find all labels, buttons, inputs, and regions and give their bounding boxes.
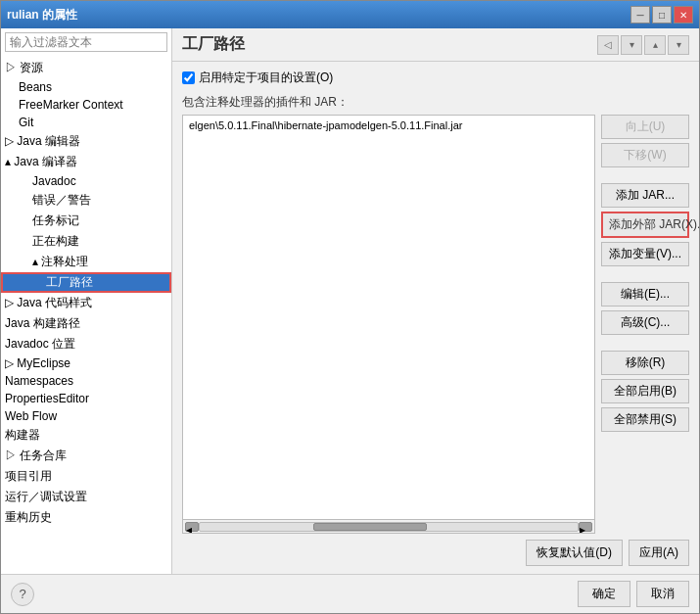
title-controls: ─ □ ✕ bbox=[630, 6, 693, 24]
edit-button[interactable]: 编辑(E)... bbox=[601, 282, 689, 307]
tree: ▷ 资源BeansFreeMarker ContextGit▷ Java 编辑器… bbox=[1, 56, 171, 574]
panel-title: 工厂路径 bbox=[182, 34, 245, 55]
content-area: ▷ 资源BeansFreeMarker ContextGit▷ Java 编辑器… bbox=[1, 28, 699, 574]
button-panel: 向上(U)下移(W)添加 JAR...添加外部 JAR(X)...添加变量(V)… bbox=[601, 115, 689, 534]
sidebar-item-java-build-path[interactable]: Java 构建路径 bbox=[1, 313, 171, 334]
nav-forward-button[interactable]: ▾ bbox=[621, 35, 642, 55]
section-label: 包含注释处理器的插件和 JAR： bbox=[182, 94, 689, 111]
sidebar-item-javadoc-location[interactable]: Javadoc 位置 bbox=[1, 334, 171, 354]
sidebar-item-java-compiler[interactable]: ▴ Java 编译器 bbox=[1, 152, 171, 172]
sidebar-item-myeclipse[interactable]: ▷ MyEclipse bbox=[1, 354, 171, 372]
nav-menu-button[interactable]: ▾ bbox=[668, 35, 689, 55]
sidebar-item-task-tags[interactable]: 任务标记 bbox=[1, 211, 171, 231]
sidebar-item-beans[interactable]: Beans bbox=[1, 78, 171, 96]
nav-dropdown-button[interactable]: ▴ bbox=[644, 35, 666, 55]
main-window: rulian 的属性 ─ □ ✕ ▷ 资源BeansFreeMarker Con… bbox=[0, 0, 700, 614]
sidebar-item-java-editor[interactable]: ▷ Java 编辑器 bbox=[1, 131, 171, 152]
panel-bottom-buttons: 恢复默认值(D) 应用(A) bbox=[182, 540, 689, 566]
sidebar-item-building[interactable]: 正在构建 bbox=[1, 231, 171, 252]
window-title: rulian 的属性 bbox=[7, 7, 77, 24]
jar-item[interactable]: elgen\5.0.11.Final\hibernate-jpamodelgen… bbox=[185, 118, 592, 133]
add-jar-button[interactable]: 添加 JAR... bbox=[601, 183, 689, 208]
sidebar: ▷ 资源BeansFreeMarker ContextGit▷ Java 编辑器… bbox=[1, 28, 172, 574]
sidebar-item-builder[interactable]: 构建器 bbox=[1, 425, 171, 446]
nav-back-button[interactable]: ◁ bbox=[597, 35, 619, 55]
sidebar-item-factory-path[interactable]: 工厂路径 bbox=[1, 272, 171, 293]
cancel-button[interactable]: 取消 bbox=[636, 581, 689, 607]
maximize-button[interactable]: □ bbox=[652, 6, 672, 24]
disable-all-button[interactable]: 全部禁用(S) bbox=[601, 407, 689, 432]
scrollbar-track bbox=[199, 522, 579, 532]
add-external-jar-button[interactable]: 添加外部 JAR(X)... bbox=[601, 212, 689, 238]
up-button[interactable]: 向上(U) bbox=[601, 115, 689, 139]
enable-all-button[interactable]: 全部启用(B) bbox=[601, 379, 689, 403]
advanced-button[interactable]: 高级(C)... bbox=[601, 310, 689, 335]
jar-list[interactable]: elgen\5.0.11.Final\hibernate-jpamodelgen… bbox=[183, 116, 594, 519]
sidebar-item-project-ref[interactable]: 项目引用 bbox=[1, 466, 171, 487]
panel-header: 工厂路径 ◁ ▾ ▴ ▾ bbox=[172, 28, 699, 62]
checkbox-row: 启用特定于项目的设置(O) bbox=[182, 70, 689, 86]
sidebar-item-properties-editor[interactable]: PropertiesEditor bbox=[1, 390, 171, 407]
sidebar-item-errors[interactable]: 错误／警告 bbox=[1, 190, 171, 211]
footer: ? 确定 取消 bbox=[1, 574, 699, 613]
title-bar: rulian 的属性 ─ □ ✕ bbox=[1, 1, 699, 28]
add-variable-button[interactable]: 添加变量(V)... bbox=[601, 242, 689, 266]
sidebar-item-freemarker[interactable]: FreeMarker Context bbox=[1, 96, 171, 114]
panel-nav: ◁ ▾ ▴ ▾ bbox=[597, 35, 689, 55]
remove-button[interactable]: 移除(R) bbox=[601, 351, 689, 375]
sidebar-item-git[interactable]: Git bbox=[1, 114, 171, 131]
sidebar-item-task-repo[interactable]: ▷ 任务合库 bbox=[1, 446, 171, 466]
panel-body: 启用特定于项目的设置(O) 包含注释处理器的插件和 JAR： elgen\5.0… bbox=[172, 62, 699, 574]
sidebar-item-web-flow[interactable]: Web Flow bbox=[1, 407, 171, 425]
scroll-left-arrow[interactable]: ◂ bbox=[185, 522, 199, 532]
down-button[interactable]: 下移(W) bbox=[601, 143, 689, 167]
horizontal-scrollbar[interactable]: ◂ ▸ bbox=[183, 519, 594, 533]
sidebar-item-javadoc[interactable]: Javadoc bbox=[1, 172, 171, 190]
sidebar-item-annotation[interactable]: ▴ 注释处理 bbox=[1, 252, 171, 272]
scrollbar-thumb[interactable] bbox=[313, 523, 427, 531]
right-panel: 工厂路径 ◁ ▾ ▴ ▾ 启用特定于项目的设置(O) 包含注释处理器的插件和 J… bbox=[172, 28, 699, 574]
restore-defaults-button[interactable]: 恢复默认值(D) bbox=[526, 540, 623, 566]
sidebar-item-namespaces[interactable]: Namespaces bbox=[1, 372, 171, 390]
sidebar-item-refactor-history[interactable]: 重构历史 bbox=[1, 507, 171, 528]
jar-list-container: elgen\5.0.11.Final\hibernate-jpamodelgen… bbox=[182, 115, 595, 534]
minimize-button[interactable]: ─ bbox=[630, 6, 650, 24]
scroll-right-arrow[interactable]: ▸ bbox=[579, 522, 592, 532]
apply-button[interactable]: 应用(A) bbox=[629, 540, 689, 566]
sidebar-item-run-debug[interactable]: 运行／调试设置 bbox=[1, 487, 171, 507]
help-button[interactable]: ? bbox=[11, 583, 34, 606]
sidebar-item-resources[interactable]: ▷ 资源 bbox=[1, 58, 171, 78]
confirm-button[interactable]: 确定 bbox=[578, 581, 630, 607]
project-settings-checkbox[interactable] bbox=[182, 71, 195, 84]
project-settings-label: 启用特定于项目的设置(O) bbox=[199, 70, 333, 86]
filter-input[interactable] bbox=[5, 32, 167, 52]
main-content: elgen\5.0.11.Final\hibernate-jpamodelgen… bbox=[182, 115, 689, 534]
sidebar-item-java-code-style[interactable]: ▷ Java 代码样式 bbox=[1, 293, 171, 313]
footer-left: ? bbox=[11, 581, 572, 607]
close-button[interactable]: ✕ bbox=[674, 6, 693, 24]
